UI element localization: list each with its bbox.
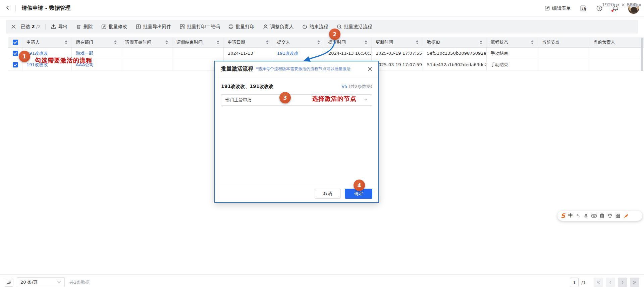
activate-workflow-icon bbox=[337, 24, 342, 29]
current-page-input[interactable]: 1 bbox=[570, 278, 579, 287]
sort-icon[interactable] bbox=[114, 40, 117, 44]
cell-data-id: 5ef510c1350b309875092e1a bbox=[423, 48, 487, 59]
double-chevron-left-icon bbox=[596, 280, 600, 284]
batch-print-qrcode-label: 批量打印二维码 bbox=[187, 24, 220, 30]
batch-modify-button[interactable]: 批量修改 bbox=[101, 24, 127, 30]
batch-print-qrcode-button[interactable]: 批量打印二维码 bbox=[180, 24, 220, 30]
person-icon bbox=[263, 24, 268, 29]
header-divider bbox=[15, 5, 16, 11]
selected-label: 已选 bbox=[21, 24, 30, 30]
col-leave-start[interactable]: 请假开始时间 bbox=[121, 37, 172, 47]
cell-submit-time: 2024-11-13 16:50:38 bbox=[324, 48, 372, 59]
sort-icon[interactable] bbox=[266, 40, 269, 44]
page-title: 请假申请 - 数据管理 bbox=[22, 5, 71, 12]
col-current-node: 当前节点 bbox=[538, 37, 589, 47]
notification-dot bbox=[611, 10, 613, 12]
ime-punctuation-icon[interactable] bbox=[576, 213, 581, 218]
notifications-button[interactable] bbox=[612, 5, 619, 12]
user-avatar[interactable] bbox=[628, 3, 639, 14]
row-checkbox[interactable] bbox=[13, 62, 18, 67]
form-a-icon: A bbox=[580, 5, 587, 12]
selected-count-value: 2 bbox=[32, 24, 35, 29]
ime-toolbox-icon[interactable] bbox=[615, 213, 620, 218]
clear-selection-button[interactable] bbox=[6, 25, 21, 29]
col-leave-end[interactable]: 请假结束时间 bbox=[172, 37, 224, 47]
sort-icon[interactable] bbox=[365, 40, 367, 44]
cell-workflow-status: 手动结束 bbox=[487, 59, 538, 70]
batch-toolbar: 已选 2/2 导出 删除 批量修改 批量导出附件 批量打印二维码 批量打印 bbox=[6, 20, 638, 34]
help-button[interactable]: ? bbox=[596, 5, 603, 12]
vertical-scrollbar[interactable] bbox=[641, 38, 643, 71]
row-select-cell bbox=[8, 59, 22, 70]
ime-toolbar: S 中 bbox=[557, 211, 642, 221]
total-records-text: 共2条数据 bbox=[69, 279, 90, 285]
end-workflow-button[interactable]: 结束流程 bbox=[302, 24, 328, 30]
modal-close-button[interactable] bbox=[368, 67, 372, 71]
top-header: 请假申请 - 数据管理 编辑表单 A ? bbox=[0, 0, 644, 17]
modal-header: 批量激活流程 *选择每个流程版本需要激活的流程节点可以批量激活 bbox=[215, 61, 378, 76]
annotation-step3-text: 选择激活的节点 bbox=[312, 95, 357, 103]
sogou-logo-icon[interactable]: S bbox=[561, 213, 565, 219]
col-applicant[interactable]: 申请人 bbox=[22, 37, 72, 47]
ime-skin-icon[interactable] bbox=[607, 213, 612, 218]
form-a-button[interactable]: A bbox=[580, 5, 587, 12]
power-icon bbox=[302, 24, 307, 29]
workflow-group-row: 191改改改、191改改改 V5 (共2条数据) bbox=[221, 84, 372, 90]
page-size-select[interactable]: 20 条/页 bbox=[17, 277, 65, 287]
select-all-checkbox[interactable] bbox=[13, 40, 18, 45]
col-data-id[interactable]: 数据ID bbox=[423, 37, 487, 47]
col-apply-date[interactable]: 申请日期 bbox=[224, 37, 273, 47]
table-header-row: 申请人 所在部门 请假开始时间 请假结束时间 申请日期 提交人 提交时间 更新时… bbox=[8, 37, 644, 48]
close-icon bbox=[368, 67, 372, 71]
sort-icon[interactable] bbox=[317, 40, 320, 44]
first-page-button[interactable] bbox=[594, 278, 603, 287]
display-settings-button[interactable] bbox=[5, 278, 13, 287]
row-checkbox[interactable] bbox=[13, 51, 18, 56]
batch-edit-label: 删除 bbox=[83, 24, 93, 30]
adjust-owner-button[interactable]: 调整负责人 bbox=[263, 24, 293, 30]
export-attachment-icon bbox=[136, 24, 141, 29]
ime-brush-icon[interactable] bbox=[623, 213, 628, 218]
col-workflow-status[interactable]: 流程状态 bbox=[487, 37, 538, 47]
batch-activate-modal: 批量激活流程 *选择每个流程版本需要激活的流程节点可以批量激活 191改改改、1… bbox=[214, 61, 379, 203]
sort-icon[interactable] bbox=[65, 40, 67, 44]
next-page-button[interactable] bbox=[618, 278, 627, 287]
edit-pencil-icon bbox=[545, 5, 550, 12]
back-button[interactable] bbox=[0, 5, 15, 11]
delete-button[interactable]: 删除 bbox=[76, 24, 93, 30]
sort-icon[interactable] bbox=[165, 40, 168, 44]
version-label: V5 bbox=[341, 84, 347, 89]
cell-leave-start bbox=[121, 48, 172, 59]
page-of-label: /1 bbox=[581, 280, 586, 285]
cell-update-time: 2025-03-19 17:07:59 bbox=[372, 59, 423, 70]
adjust-owner-label: 调整负责人 bbox=[270, 24, 293, 30]
ime-mic-icon[interactable] bbox=[584, 213, 588, 218]
batch-export-attachments-button[interactable]: 批量导出附件 bbox=[136, 24, 171, 30]
batch-print-button[interactable]: 批量打印 bbox=[228, 24, 254, 30]
selected-total-value: /2 bbox=[36, 24, 41, 29]
edit-form-button[interactable]: 编辑表单 bbox=[545, 5, 571, 12]
cancel-button[interactable]: 取消 bbox=[315, 189, 341, 199]
annotation-step2-circle: 2 bbox=[329, 29, 340, 40]
export-label: 导出 bbox=[58, 24, 67, 30]
selected-count: 已选 2/2 bbox=[21, 24, 41, 30]
printer-icon bbox=[228, 24, 233, 29]
sort-icon[interactable] bbox=[217, 40, 219, 44]
ime-clipboard-icon[interactable] bbox=[600, 213, 604, 218]
prev-page-button[interactable] bbox=[606, 278, 615, 287]
cell-current-node bbox=[538, 48, 589, 59]
sort-icon[interactable] bbox=[416, 40, 419, 44]
sort-icon[interactable] bbox=[480, 40, 482, 44]
ime-keyboard-icon[interactable] bbox=[591, 213, 597, 218]
sort-icon[interactable] bbox=[531, 40, 534, 44]
col-update-time[interactable]: 更新时间 bbox=[372, 37, 423, 47]
ime-mode-chinese[interactable]: 中 bbox=[568, 213, 573, 219]
header-actions: 编辑表单 A ? bbox=[545, 0, 639, 17]
last-page-button[interactable] bbox=[630, 278, 639, 287]
batch-activate-workflow-button[interactable]: 批量激活流程 bbox=[337, 24, 372, 30]
export-button[interactable]: 导出 bbox=[51, 24, 67, 30]
col-submitter[interactable]: 提交人 bbox=[273, 37, 324, 47]
count-note: (共2条数据) bbox=[349, 84, 372, 89]
col-department[interactable]: 所在部门 bbox=[72, 37, 121, 47]
cell-submitter[interactable]: 191改改改 bbox=[273, 48, 324, 59]
